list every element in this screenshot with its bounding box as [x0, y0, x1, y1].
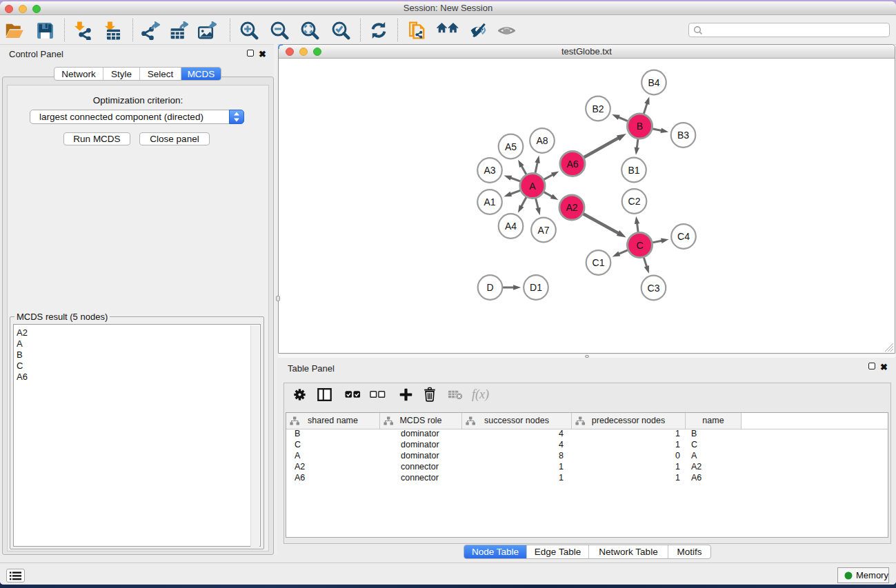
svg-text:D1: D1: [530, 282, 542, 293]
svg-text:C1: C1: [593, 257, 605, 268]
svg-text:B3: B3: [677, 130, 689, 141]
svg-text:B1: B1: [628, 165, 639, 176]
svg-text:A6: A6: [566, 159, 578, 170]
svg-text:A5: A5: [505, 141, 517, 152]
svg-text:C: C: [636, 240, 643, 251]
svg-text:A: A: [529, 181, 536, 192]
svg-text:D: D: [486, 282, 493, 293]
svg-text:C2: C2: [628, 196, 641, 207]
svg-text:A7: A7: [537, 225, 549, 236]
svg-text:B: B: [637, 121, 643, 132]
svg-text:B2: B2: [592, 103, 604, 114]
svg-text:A4: A4: [505, 221, 517, 232]
svg-text:C3: C3: [648, 283, 660, 294]
svg-text:A8: A8: [536, 135, 548, 146]
svg-text:A2: A2: [566, 202, 577, 213]
svg-text:B4: B4: [648, 77, 659, 88]
svg-text:C4: C4: [677, 231, 690, 242]
svg-text:A1: A1: [484, 196, 495, 207]
svg-text:A3: A3: [484, 165, 495, 176]
